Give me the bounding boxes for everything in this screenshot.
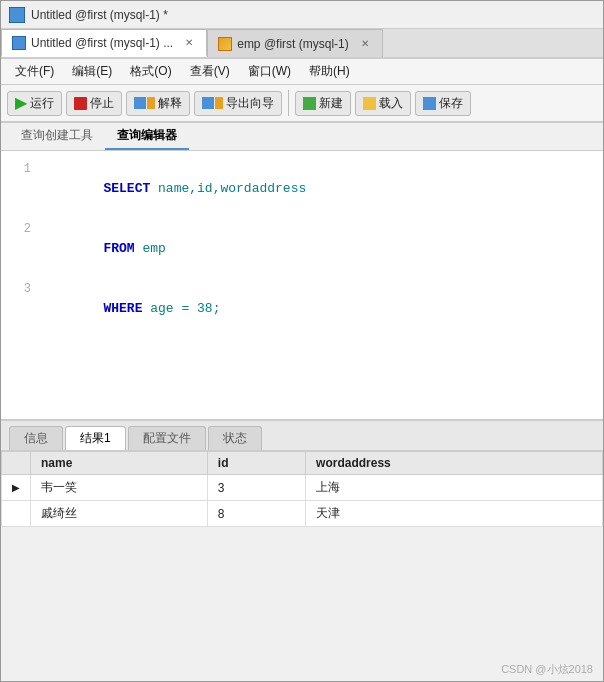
save-label: 保存: [439, 95, 463, 112]
cell-id-2: 8: [207, 501, 305, 527]
tab-emp-label: emp @first (mysql-1): [237, 37, 349, 51]
bottom-panel: 信息 结果1 配置文件 状态 name id wordaddress ▶ 韦一笑…: [1, 421, 603, 527]
new-button[interactable]: 新建: [295, 91, 351, 116]
watermark-text: CSDN @小炫2018: [501, 663, 593, 675]
title-bar-icon: [9, 7, 25, 23]
kw-fields: name,id,wordaddress: [158, 181, 306, 196]
stop-button[interactable]: 停止: [66, 91, 122, 116]
tab-untitled-label: Untitled @first (mysql-1) ...: [31, 36, 173, 50]
line-content-1: SELECT name,id,wordaddress: [41, 159, 306, 219]
explain-label: 解释: [158, 95, 182, 112]
stop-label: 停止: [90, 95, 114, 112]
title-bar: Untitled @first (mysql-1) *: [1, 1, 603, 29]
bottom-tab-info[interactable]: 信息: [9, 426, 63, 450]
editor-line-2: 2 FROM emp: [7, 219, 597, 279]
watermark: CSDN @小炫2018: [501, 662, 593, 677]
bottom-tab-result1[interactable]: 结果1: [65, 426, 126, 450]
new-icon: [303, 97, 316, 110]
explain-button[interactable]: 解释: [126, 91, 190, 116]
results-col-wordaddress: wordaddress: [306, 452, 603, 475]
new-label: 新建: [319, 95, 343, 112]
tab-bar: Untitled @first (mysql-1) ... ✕ emp @fir…: [1, 29, 603, 59]
menu-format[interactable]: 格式(O): [122, 61, 179, 82]
editor-line-1: 1 SELECT name,id,wordaddress: [7, 159, 597, 219]
tab-emp-icon: [218, 37, 232, 51]
tab-untitled-close[interactable]: ✕: [182, 36, 196, 50]
export-icon: [202, 97, 223, 109]
tab-untitled[interactable]: Untitled @first (mysql-1) ... ✕: [1, 29, 207, 57]
export-label: 导出向导: [226, 95, 274, 112]
menu-file[interactable]: 文件(F): [7, 61, 62, 82]
row-indicator-1: ▶: [2, 475, 31, 501]
kw-select: SELECT: [103, 181, 158, 196]
menu-view[interactable]: 查看(V): [182, 61, 238, 82]
toolbar: ▶ 运行 停止 解释 导出向导 新建 载入: [1, 85, 603, 123]
sub-tab-bar: 查询创建工具 查询编辑器: [1, 123, 603, 151]
bottom-tab-profile[interactable]: 配置文件: [128, 426, 206, 450]
load-button[interactable]: 载入: [355, 91, 411, 116]
editor-line-3: 3 WHERE age = 38;: [7, 279, 597, 339]
title-bar-text: Untitled @first (mysql-1) *: [31, 8, 168, 22]
line-number-1: 1: [7, 159, 31, 179]
tab-emp[interactable]: emp @first (mysql-1) ✕: [207, 29, 383, 57]
menu-edit[interactable]: 编辑(E): [64, 61, 120, 82]
run-button[interactable]: ▶ 运行: [7, 91, 62, 116]
cell-wordaddress-1: 上海: [306, 475, 603, 501]
explain-icon: [134, 97, 155, 109]
results-col-id: id: [207, 452, 305, 475]
kw-condition: age = 38;: [150, 301, 220, 316]
results-table: name id wordaddress ▶ 韦一笑 3 上海 戚绮丝 8 天津: [1, 451, 603, 527]
line-content-3: WHERE age = 38;: [41, 279, 220, 339]
run-label: 运行: [30, 95, 54, 112]
save-button[interactable]: 保存: [415, 91, 471, 116]
cell-name-1: 韦一笑: [31, 475, 208, 501]
save-icon: [423, 97, 436, 110]
line-content-2: FROM emp: [41, 219, 166, 279]
menu-window[interactable]: 窗口(W): [240, 61, 299, 82]
tab-untitled-icon: [12, 36, 26, 50]
export-button[interactable]: 导出向导: [194, 91, 282, 116]
line-number-2: 2: [7, 219, 31, 239]
results-header-row: name id wordaddress: [2, 452, 603, 475]
run-icon: ▶: [15, 95, 27, 111]
cell-wordaddress-2: 天津: [306, 501, 603, 527]
bottom-tab-bar: 信息 结果1 配置文件 状态: [1, 421, 603, 451]
load-label: 载入: [379, 95, 403, 112]
menu-bar: 文件(F) 编辑(E) 格式(O) 查看(V) 窗口(W) 帮助(H): [1, 59, 603, 85]
table-row: ▶ 韦一笑 3 上海: [2, 475, 603, 501]
bottom-tab-status[interactable]: 状态: [208, 426, 262, 450]
kw-table: emp: [142, 241, 165, 256]
kw-from: FROM: [103, 241, 142, 256]
subtab-query-create[interactable]: 查询创建工具: [9, 123, 105, 150]
cell-id-1: 3: [207, 475, 305, 501]
table-row: 戚绮丝 8 天津: [2, 501, 603, 527]
cell-name-2: 戚绮丝: [31, 501, 208, 527]
tab-emp-close[interactable]: ✕: [358, 37, 372, 51]
results-col-name: name: [31, 452, 208, 475]
line-number-3: 3: [7, 279, 31, 299]
stop-icon: [74, 97, 87, 110]
subtab-query-editor[interactable]: 查询编辑器: [105, 123, 189, 150]
row-indicator-2: [2, 501, 31, 527]
toolbar-sep: [288, 90, 289, 116]
results-col-indicator: [2, 452, 31, 475]
menu-help[interactable]: 帮助(H): [301, 61, 358, 82]
kw-where: WHERE: [103, 301, 150, 316]
load-icon: [363, 97, 376, 110]
sql-editor[interactable]: 1 SELECT name,id,wordaddress 2 FROM emp …: [1, 151, 603, 421]
